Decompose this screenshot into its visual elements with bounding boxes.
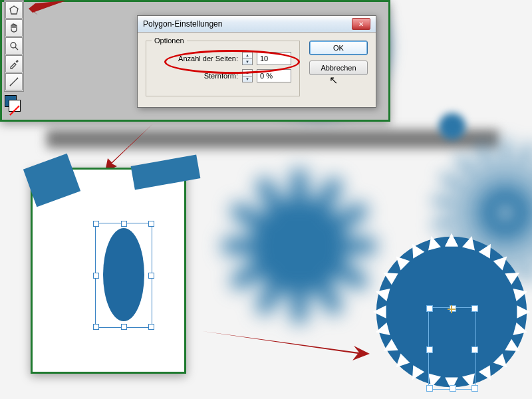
sides-label: Anzahl der Seiten: (178, 55, 238, 63)
svg-line-5 (15, 47, 18, 50)
options-group: Optionen Anzahl der Seiten: ▲▼ Sternform… (146, 41, 300, 96)
bg-gear-blur (219, 166, 379, 326)
hand-tool-icon[interactable] (5, 19, 23, 37)
center-cross-icon (448, 305, 456, 313)
sides-stepper[interactable]: ▲▼ (242, 52, 253, 65)
star-input[interactable] (257, 69, 291, 82)
selection-bbox[interactable] (95, 223, 152, 328)
sides-input[interactable] (257, 52, 291, 65)
svg-rect-2 (502, 140, 509, 207)
star-label: Sternform: (204, 72, 238, 80)
bg-dot (439, 113, 466, 140)
dialog-titlebar[interactable]: Polygon-Einstellungen ✕ (138, 16, 376, 33)
inner-selection[interactable] (428, 307, 476, 390)
cursor-icon: ↖ (329, 74, 338, 86)
arrow-mid-to-gear (200, 326, 372, 366)
zoom-tool-icon[interactable] (5, 37, 23, 55)
color-swatch[interactable] (5, 95, 19, 110)
polygon-tool-icon[interactable] (5, 1, 23, 19)
polygon-settings-dialog: Polygon-Einstellungen ✕ Optionen Anzahl … (137, 15, 376, 108)
panel-dialog-zoom: Polygon-Einstellungen ✕ Optionen Anzahl … (0, 0, 390, 122)
bg-shape-strip (131, 155, 201, 190)
bg-shape-corner (23, 154, 80, 207)
measure-tool-icon[interactable] (5, 73, 23, 90)
svg-marker-10 (29, 1, 66, 13)
star-stepper[interactable]: ▲▼ (242, 69, 253, 82)
svg-line-8 (17, 78, 18, 79)
ok-button[interactable]: OK (309, 41, 368, 55)
svg-rect-1 (291, 170, 307, 201)
svg-marker-9 (30, 1, 66, 15)
dialog-title: Polygon-Einstellungen (143, 19, 222, 29)
eyedropper-tool-icon[interactable] (5, 55, 23, 72)
cancel-button[interactable]: Abbrechen (309, 61, 368, 75)
panel-gear-result (370, 230, 532, 394)
svg-point-4 (11, 43, 16, 48)
tutorial-composite: Polygon-Einstellungen ✕ Optionen Anzahl … (0, 0, 532, 399)
options-legend: Optionen (152, 37, 187, 45)
tools-palette (4, 0, 24, 92)
svg-marker-12 (202, 331, 370, 360)
svg-line-7 (10, 84, 11, 86)
panel-canvas-zoom (31, 168, 186, 374)
svg-marker-3 (10, 6, 18, 14)
close-icon[interactable]: ✕ (352, 18, 370, 30)
arrow-to-tool (27, 0, 67, 26)
svg-point-0 (251, 198, 347, 294)
